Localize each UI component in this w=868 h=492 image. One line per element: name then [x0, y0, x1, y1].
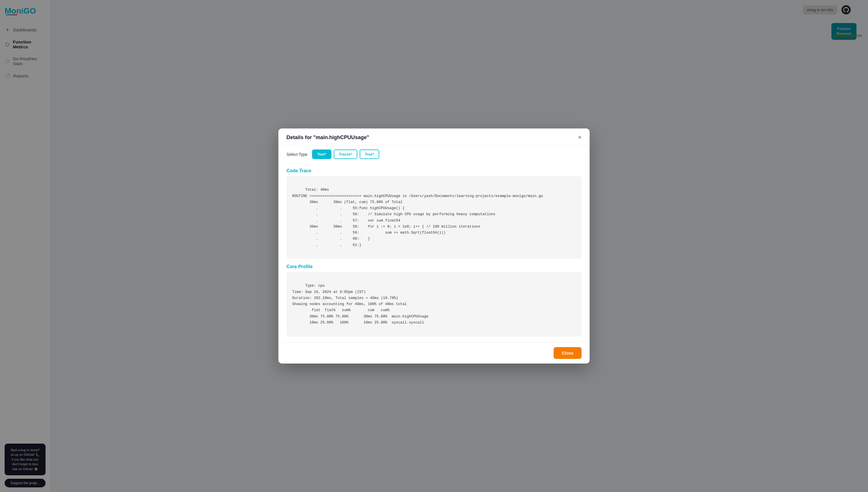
- modal-body: Code Trace Total: 40ms ROUTINE =========…: [279, 163, 589, 342]
- modal-header: Details for "main.highCPUUsage" ×: [279, 128, 589, 145]
- tab-tree[interactable]: Tree*: [360, 149, 379, 159]
- core-profile-block: Type: cpu Time: Sep 16, 2024 at 8:05pm (…: [286, 272, 582, 337]
- core-profile-content: Type: cpu Time: Sep 16, 2024 at 8:05pm (…: [292, 284, 429, 325]
- modal-tabs: Select Type Text* Traces* Tree*: [279, 145, 589, 163]
- modal-title: Details for "main.highCPUUsage": [286, 134, 369, 140]
- core-profile-title: Core Profile: [286, 264, 582, 269]
- tab-text[interactable]: Text*: [312, 149, 331, 159]
- select-type-label: Select Type: [286, 152, 308, 156]
- details-modal: Details for "main.highCPUUsage" × Select…: [279, 128, 589, 364]
- modal-close-button[interactable]: ×: [578, 134, 582, 141]
- tab-traces[interactable]: Traces*: [334, 149, 357, 159]
- code-trace-title: Code Trace: [286, 168, 582, 173]
- code-trace-block: Total: 40ms ROUTINE ====================…: [286, 176, 582, 259]
- modal-footer: Close: [279, 342, 589, 364]
- close-button[interactable]: Close: [554, 347, 582, 359]
- code-trace-content: Total: 40ms ROUTINE ====================…: [292, 188, 543, 247]
